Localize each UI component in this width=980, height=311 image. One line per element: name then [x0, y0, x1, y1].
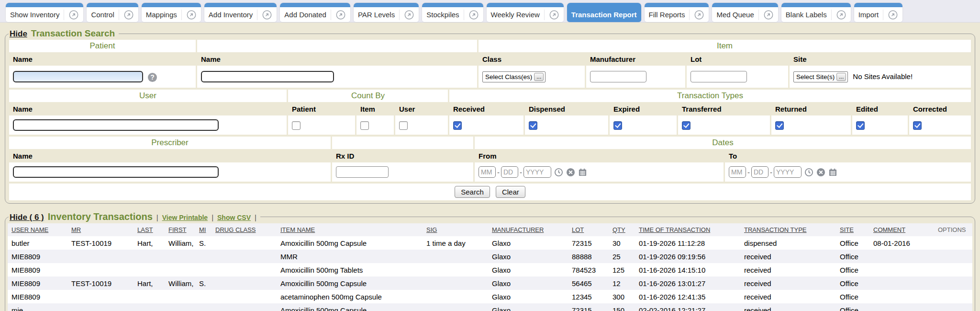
- open-in-new-icon[interactable]: [464, 10, 479, 20]
- calendar-icon[interactable]: [578, 168, 587, 177]
- cell: butler: [8, 236, 67, 250]
- from-day-input[interactable]: [501, 166, 518, 178]
- user-name-input[interactable]: [13, 119, 219, 131]
- cell: 88888: [568, 250, 609, 263]
- search-actions-row: Search Clear: [9, 184, 971, 200]
- cell: [67, 290, 134, 303]
- col-sig[interactable]: SIG: [423, 223, 488, 236]
- cell: William,: [165, 276, 195, 290]
- class-select-button[interactable]: Select Class(es)...: [482, 71, 546, 82]
- tab-show-inventory[interactable]: Show Inventory: [6, 3, 83, 22]
- open-in-new-icon[interactable]: [331, 10, 346, 20]
- type-transferred-checkbox[interactable]: [682, 121, 690, 130]
- tab-weekly-review[interactable]: Weekly Review: [487, 3, 564, 22]
- type-corrected-label: Corrected: [909, 103, 971, 115]
- manufacturer-input[interactable]: [590, 71, 646, 82]
- open-in-new-icon[interactable]: [689, 10, 704, 20]
- type-dispensed-checkbox[interactable]: [529, 121, 537, 130]
- show-csv-link[interactable]: Show CSV: [217, 214, 251, 221]
- tab-add-donated[interactable]: Add Donated: [280, 3, 350, 22]
- cell: received: [740, 263, 836, 276]
- open-in-new-icon[interactable]: [119, 10, 134, 20]
- col-site[interactable]: SITE: [836, 223, 869, 236]
- search-button[interactable]: Search: [455, 186, 490, 198]
- countby-user-checkbox[interactable]: [399, 121, 408, 130]
- col-mi[interactable]: MI: [195, 223, 212, 236]
- from-year-input[interactable]: [523, 166, 551, 178]
- lot-input[interactable]: [690, 71, 747, 82]
- type-received-checkbox[interactable]: [453, 121, 462, 130]
- tab-med-queue[interactable]: Med Queue: [712, 3, 778, 22]
- cell: [165, 250, 195, 263]
- class-ellipsis-button[interactable]: ...: [534, 73, 544, 81]
- cell: 08-01-2016: [869, 236, 934, 250]
- col-user-name[interactable]: USER NAME: [8, 223, 67, 236]
- cell: [195, 263, 212, 276]
- open-in-new-icon[interactable]: [399, 10, 414, 20]
- type-edited-checkbox[interactable]: [856, 121, 865, 130]
- cell: 30: [609, 236, 635, 250]
- rx-id-input[interactable]: [336, 166, 389, 178]
- countby-item-checkbox[interactable]: [360, 121, 369, 130]
- tab-transaction-report[interactable]: Transaction Report: [567, 3, 641, 22]
- clear-button[interactable]: Clear: [496, 186, 525, 198]
- tab-stockpiles[interactable]: Stockpiles: [422, 3, 483, 22]
- clear-date-icon[interactable]: [566, 168, 575, 177]
- type-corrected-checkbox[interactable]: [913, 121, 922, 130]
- col-lot[interactable]: LOT: [568, 223, 609, 236]
- search-legend: Hide Transaction Search: [9, 28, 119, 39]
- cell: [212, 236, 277, 250]
- col-first[interactable]: FIRST: [165, 223, 195, 236]
- type-returned-checkbox[interactable]: [775, 121, 784, 130]
- col-time-of-transaction[interactable]: TIME OF TRANSACTION: [635, 223, 740, 236]
- countby-patient-checkbox[interactable]: [292, 121, 301, 130]
- tab-add-inventory[interactable]: Add Inventory: [204, 3, 277, 22]
- site-select-button[interactable]: Select Site(s)...: [793, 71, 848, 82]
- col-item-name[interactable]: ITEM NAME: [277, 223, 423, 236]
- open-in-new-icon[interactable]: [257, 10, 272, 20]
- clear-date-icon[interactable]: [816, 168, 825, 177]
- hide-results-link[interactable]: Hide ( 6 ): [10, 213, 44, 222]
- tab-par-levels[interactable]: PAR Levels: [354, 3, 419, 22]
- to-month-input[interactable]: [729, 166, 746, 178]
- open-in-new-icon[interactable]: [883, 10, 898, 20]
- tab-control[interactable]: Control: [87, 3, 138, 22]
- col-qty[interactable]: QTY: [609, 223, 635, 236]
- col-comment[interactable]: COMMENT: [869, 223, 934, 236]
- to-year-input[interactable]: [774, 166, 802, 178]
- open-in-new-icon[interactable]: [64, 10, 79, 20]
- to-day-input[interactable]: [751, 166, 768, 178]
- item-name-input[interactable]: [201, 71, 334, 82]
- col-mr[interactable]: MR: [67, 223, 134, 236]
- open-in-new-icon[interactable]: [181, 10, 197, 20]
- open-in-new-icon[interactable]: [544, 10, 559, 20]
- cell: [165, 290, 195, 303]
- hide-search-link[interactable]: Hide: [10, 29, 27, 39]
- cell: William,: [165, 236, 195, 250]
- cell: [212, 276, 277, 290]
- from-month-input[interactable]: [479, 166, 496, 178]
- tab-fill-reports[interactable]: Fill Reports: [645, 3, 709, 22]
- help-icon[interactable]: ?: [148, 73, 157, 82]
- site-ellipsis-button[interactable]: ...: [836, 73, 846, 81]
- prescriber-name-input[interactable]: [13, 166, 219, 178]
- tab-label: Transaction Report: [571, 11, 637, 19]
- clock-icon[interactable]: [804, 168, 813, 177]
- type-expired-checkbox[interactable]: [613, 121, 622, 130]
- patient-name-input[interactable]: [13, 71, 143, 82]
- tab-mappings[interactable]: Mappings: [142, 3, 201, 22]
- col-drug-class[interactable]: DRUG CLASS: [212, 223, 277, 236]
- cell: 01-19-2026 09:19:56: [635, 250, 740, 263]
- open-in-new-icon[interactable]: [831, 10, 846, 20]
- view-printable-link[interactable]: View Printable: [162, 214, 208, 221]
- tab-import[interactable]: Import: [854, 3, 903, 22]
- clock-icon[interactable]: [554, 168, 563, 177]
- tab-label: Stockpiles: [426, 11, 459, 19]
- tab-blank-labels[interactable]: Blank Labels: [781, 3, 851, 22]
- patient-section-header: Patient: [9, 40, 196, 52]
- open-in-new-icon[interactable]: [758, 10, 774, 20]
- col-last[interactable]: LAST: [134, 223, 165, 236]
- col-manufacturer[interactable]: MANUFACTURER: [488, 223, 568, 236]
- calendar-icon[interactable]: [828, 168, 837, 177]
- col-transaction-type[interactable]: TRANSACTION TYPE: [740, 223, 836, 236]
